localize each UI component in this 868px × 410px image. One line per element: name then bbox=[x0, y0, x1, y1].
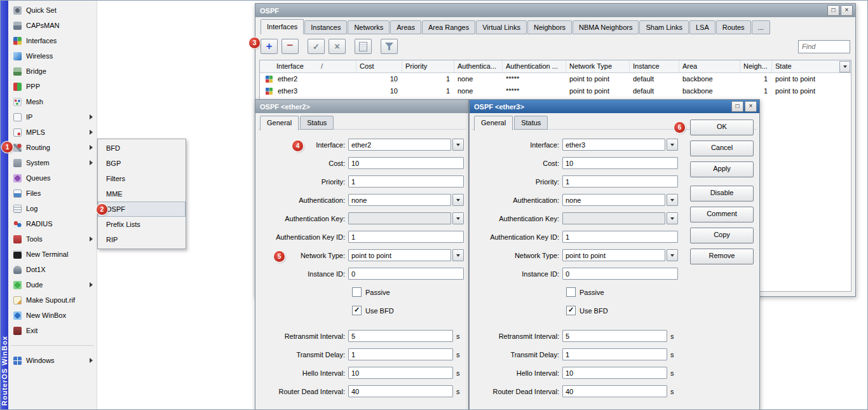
disable-button[interactable]: Disable bbox=[690, 186, 754, 202]
column-header-cost[interactable]: Cost bbox=[356, 60, 402, 72]
use-bfd-checkbox[interactable] bbox=[566, 306, 576, 315]
sidebar-item-queues[interactable]: Queues bbox=[8, 170, 97, 186]
sidebar-item-interfaces[interactable]: Interfaces bbox=[8, 33, 97, 48]
filter-button[interactable] bbox=[381, 39, 398, 54]
retransmit-interval-input[interactable] bbox=[562, 330, 667, 342]
cost-input[interactable] bbox=[562, 157, 678, 169]
interface-input[interactable] bbox=[348, 139, 451, 151]
tab-routes[interactable]: Routes bbox=[716, 20, 751, 34]
dropdown-button[interactable] bbox=[667, 194, 678, 206]
sidebar-item-log[interactable]: Log bbox=[8, 201, 97, 216]
cost-input[interactable] bbox=[348, 157, 464, 169]
passive-checkbox[interactable] bbox=[566, 287, 576, 297]
submenu-item-ospf[interactable]: OSPF bbox=[98, 202, 186, 217]
column-header-authentication-key[interactable]: Authentication ... bbox=[503, 60, 566, 72]
add-button[interactable]: + bbox=[261, 39, 278, 54]
submenu-item-bgp[interactable]: BGP bbox=[98, 156, 186, 171]
network-type-input[interactable] bbox=[562, 249, 665, 261]
tab-networks[interactable]: Networks bbox=[348, 20, 390, 34]
hello-interval-input[interactable] bbox=[348, 367, 453, 379]
copy-button[interactable]: Copy bbox=[690, 228, 754, 243]
submenu-item-mme[interactable]: MME bbox=[98, 186, 186, 202]
dropdown-button[interactable] bbox=[452, 194, 464, 206]
column-header-instance[interactable]: Instance bbox=[630, 60, 679, 72]
expand-button[interactable] bbox=[452, 212, 464, 224]
titlebar[interactable]: OSPF <ether3> □ × bbox=[470, 100, 759, 113]
tab-nbma-neighbors[interactable]: NBMA Neighbors bbox=[573, 20, 639, 34]
disable-button[interactable]: × bbox=[329, 39, 346, 54]
column-header-interface[interactable]: Interface/ bbox=[260, 60, 356, 72]
sidebar-item-new-winbox[interactable]: New WinBox bbox=[8, 308, 97, 323]
authentication-key-id-input[interactable] bbox=[348, 231, 464, 243]
close-icon[interactable]: × bbox=[841, 5, 853, 16]
column-header-network-type[interactable]: Network Type bbox=[566, 60, 630, 72]
column-header-neighbors[interactable]: Neigh... bbox=[740, 60, 772, 72]
router-dead-interval-input[interactable] bbox=[562, 385, 667, 397]
sidebar-item-windows[interactable]: Windows bbox=[8, 353, 97, 368]
sidebar-item-dude[interactable]: Dude bbox=[8, 277, 97, 292]
apply-button[interactable]: Apply bbox=[690, 161, 754, 177]
tab-areas[interactable]: Areas bbox=[390, 20, 421, 34]
comment-button[interactable]: Comment bbox=[690, 207, 754, 222]
sidebar-item-routing[interactable]: Routing bbox=[8, 140, 97, 155]
expand-button[interactable] bbox=[667, 212, 678, 224]
sidebar-item-bridge[interactable]: Bridge bbox=[8, 64, 97, 79]
sidebar-item-tools[interactable]: Tools bbox=[8, 231, 97, 247]
submenu-item-bfd[interactable]: BFD bbox=[98, 140, 186, 156]
sidebar-item-files[interactable]: Files bbox=[8, 186, 97, 201]
use-bfd-checkbox[interactable] bbox=[352, 306, 362, 315]
remove-button[interactable]: Remove bbox=[690, 249, 754, 264]
authentication-key-id-input[interactable] bbox=[562, 231, 678, 243]
table-row-ether2[interactable]: ether2 10 1 none ***** point to point de… bbox=[260, 73, 851, 85]
dropdown-button[interactable] bbox=[452, 139, 464, 151]
column-header-area[interactable]: Area bbox=[679, 60, 740, 72]
sidebar-item-radius[interactable]: RADIUS bbox=[8, 216, 97, 231]
column-select-button[interactable] bbox=[839, 61, 850, 72]
passive-checkbox[interactable] bbox=[352, 287, 362, 297]
submenu-item-prefix-lists[interactable]: Prefix Lists bbox=[98, 217, 186, 232]
priority-input[interactable] bbox=[348, 175, 464, 188]
tab-more[interactable]: ... bbox=[752, 20, 770, 34]
titlebar[interactable]: OSPF □ × bbox=[255, 4, 855, 17]
tab-interfaces[interactable]: Interfaces bbox=[261, 19, 304, 34]
instance-id-input[interactable] bbox=[348, 268, 464, 280]
authentication-key-input[interactable] bbox=[348, 212, 451, 224]
dropdown-button[interactable] bbox=[667, 249, 678, 261]
tab-status[interactable]: Status bbox=[514, 116, 548, 130]
ok-button[interactable]: OK bbox=[690, 120, 754, 135]
sidebar-item-capsman[interactable]: CAPsMAN bbox=[8, 18, 97, 33]
authentication-input[interactable] bbox=[562, 194, 665, 206]
enable-button[interactable]: ✓ bbox=[308, 39, 325, 54]
cancel-button[interactable]: Cancel bbox=[690, 140, 754, 156]
tab-general[interactable]: General bbox=[474, 116, 513, 130]
tab-neighbors[interactable]: Neighbors bbox=[527, 20, 572, 34]
restore-icon[interactable]: □ bbox=[827, 5, 839, 16]
interface-input[interactable] bbox=[562, 139, 665, 151]
transmit-delay-input[interactable] bbox=[348, 348, 453, 360]
titlebar[interactable]: OSPF <ether2> bbox=[255, 100, 468, 113]
sidebar-item-make-supout[interactable]: Make Supout.rif bbox=[8, 292, 97, 308]
dropdown-button[interactable] bbox=[452, 249, 464, 261]
comment-button[interactable] bbox=[355, 39, 372, 54]
instance-id-input[interactable] bbox=[562, 268, 678, 280]
sidebar-item-ip[interactable]: IP bbox=[8, 109, 97, 125]
authentication-input[interactable] bbox=[348, 194, 451, 206]
column-header-authentication[interactable]: Authentica... bbox=[454, 60, 503, 72]
authentication-key-input[interactable] bbox=[562, 212, 665, 224]
sidebar-item-dot1x[interactable]: Dot1X bbox=[8, 262, 97, 277]
table-row-ether3[interactable]: ether3 10 1 none ***** point to point de… bbox=[260, 85, 851, 97]
submenu-item-rip[interactable]: RIP bbox=[98, 232, 186, 247]
priority-input[interactable] bbox=[562, 175, 678, 188]
tab-instances[interactable]: Instances bbox=[304, 20, 347, 34]
dropdown-button[interactable] bbox=[667, 139, 678, 151]
tab-area-ranges[interactable]: Area Ranges bbox=[422, 20, 475, 34]
remove-button[interactable]: − bbox=[281, 39, 299, 54]
column-header-priority[interactable]: Priority bbox=[402, 60, 454, 72]
sidebar-item-new-terminal[interactable]: New Terminal bbox=[8, 247, 97, 262]
tab-general[interactable]: General bbox=[260, 116, 299, 130]
sidebar-item-exit[interactable]: Exit bbox=[8, 323, 97, 338]
close-icon[interactable]: × bbox=[745, 101, 757, 112]
tab-status[interactable]: Status bbox=[300, 116, 334, 130]
submenu-item-filters[interactable]: Filters bbox=[98, 171, 186, 186]
network-type-input[interactable] bbox=[348, 249, 451, 261]
